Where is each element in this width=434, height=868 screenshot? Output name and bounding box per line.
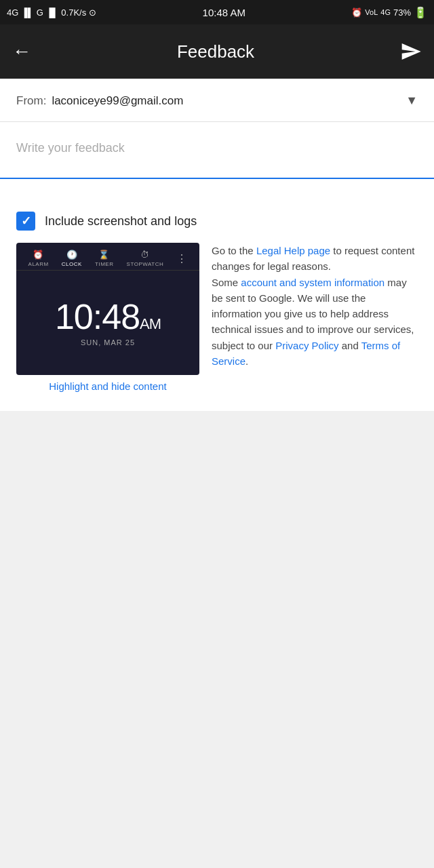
checkbox-label: Include screenshot and logs xyxy=(45,214,197,229)
timer-tab-label: TIMER xyxy=(95,261,113,267)
data-speed: 0.7K/s xyxy=(61,7,86,18)
checkmark-icon: ✓ xyxy=(21,215,31,227)
clock-tab-icon: 🕐 xyxy=(66,250,78,260)
back-button[interactable]: ← xyxy=(12,41,31,62)
account-system-link[interactable]: account and system information xyxy=(241,277,384,288)
from-row: From: laconiceye99@gmail.com ▼ xyxy=(0,79,434,122)
from-email: laconiceye99@gmail.com xyxy=(52,94,406,108)
feedback-input-area xyxy=(0,122,434,179)
alarm-icon: ⏰ xyxy=(351,7,362,18)
info-part4: and xyxy=(339,340,361,351)
feedback-input[interactable] xyxy=(16,141,418,170)
alarm-tab: ⏰ ALARM xyxy=(28,250,49,267)
g-network: G xyxy=(37,7,43,18)
clock-tabs: ⏰ ALARM 🕐 CLOCK ⌛ TIMER ⏱ STOPWATCH xyxy=(16,243,199,271)
alarm-tab-label: ALARM xyxy=(28,261,49,267)
info-part1: Go to the xyxy=(212,245,256,256)
timer-tab-icon: ⌛ xyxy=(98,250,110,260)
send-button[interactable] xyxy=(400,41,422,62)
stopwatch-tab: ⏱ STOPWATCH xyxy=(127,250,164,267)
status-left: 4G ▐▌ G ▐▌ 0.7K/s ⊙ xyxy=(7,7,96,18)
info-part5: . xyxy=(245,355,248,367)
page-background xyxy=(0,411,434,750)
clock-date: SUN, MAR 25 xyxy=(81,338,135,347)
privacy-policy-link[interactable]: Privacy Policy xyxy=(275,340,338,351)
clock-menu-dots[interactable]: ⋮ xyxy=(176,252,187,265)
timer-tab: ⌛ TIMER xyxy=(95,250,113,267)
screenshot-preview: ⏰ ALARM 🕐 CLOCK ⌛ TIMER ⏱ STOPWATCH xyxy=(16,243,199,392)
screenshot-info-row: ⏰ ALARM 🕐 CLOCK ⌛ TIMER ⏱ STOPWATCH xyxy=(0,243,434,411)
spacer xyxy=(0,179,434,193)
content-area: From: laconiceye99@gmail.com ▼ ✓ Include… xyxy=(0,79,434,411)
status-time: 10:48 AM xyxy=(203,7,245,18)
checkbox-row: ✓ Include screenshot and logs xyxy=(0,193,434,243)
status-right: ⏰ VoL 4G 73% 🔋 xyxy=(351,6,427,19)
signal-bars-2: ▐▌ xyxy=(46,7,58,18)
status-bar: 4G ▐▌ G ▐▌ 0.7K/s ⊙ 10:48 AM ⏰ VoL 4G 73… xyxy=(0,0,434,24)
stopwatch-tab-label: STOPWATCH xyxy=(127,261,164,267)
clock-time-area: 10:48AM SUN, MAR 25 xyxy=(16,271,199,375)
network-info: 4G xyxy=(7,7,18,18)
info-text: Go to the Legal Help page to request con… xyxy=(212,243,418,369)
battery-percent: 73% xyxy=(393,7,411,18)
page-title: Feedback xyxy=(31,41,400,62)
clock-ampm: AM xyxy=(140,315,161,332)
include-screenshot-checkbox[interactable]: ✓ xyxy=(16,212,35,231)
from-label: From: xyxy=(16,94,46,108)
app-bar: ← Feedback xyxy=(0,24,434,79)
battery-icon: 🔋 xyxy=(414,6,427,19)
alarm-tab-icon: ⏰ xyxy=(33,250,44,260)
4g-lte-icon: 4G xyxy=(380,8,391,16)
clock-tab-label: CLOCK xyxy=(62,261,82,267)
send-icon xyxy=(400,41,422,62)
signal-bars: ▐▌ xyxy=(21,7,33,18)
highlight-hide-link[interactable]: Highlight and hide content xyxy=(49,380,166,392)
clock-screenshot: ⏰ ALARM 🕐 CLOCK ⌛ TIMER ⏱ STOPWATCH xyxy=(16,243,199,375)
stopwatch-tab-icon: ⏱ xyxy=(140,250,150,260)
legal-help-link[interactable]: Legal Help page xyxy=(256,245,330,256)
volte-icon: VoL xyxy=(365,8,378,16)
charging-icon: ⊙ xyxy=(89,7,96,18)
clock-time-value: 10:48 xyxy=(55,297,140,336)
email-dropdown-button[interactable]: ▼ xyxy=(406,94,418,108)
clock-tab: 🕐 CLOCK xyxy=(62,250,82,267)
clock-time-display: 10:48AM xyxy=(55,299,161,334)
